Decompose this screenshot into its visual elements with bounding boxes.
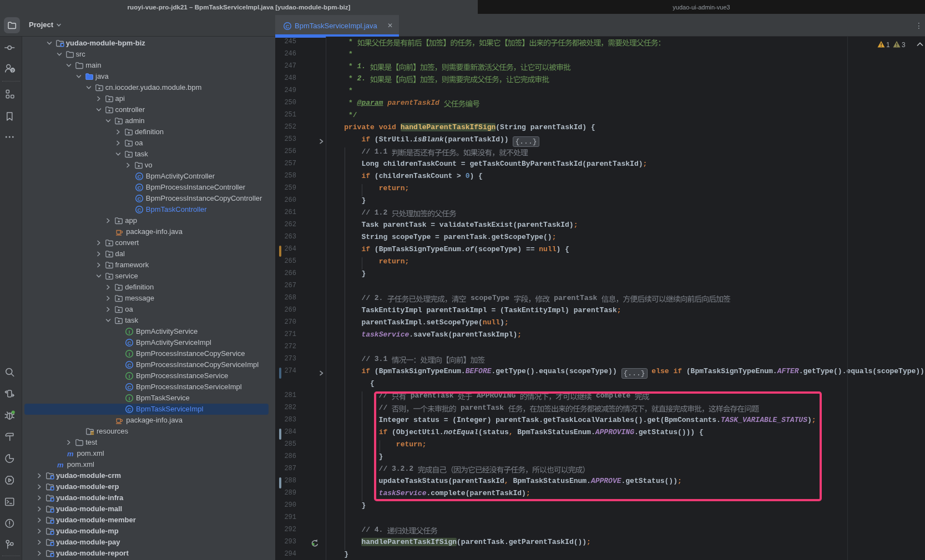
svg-text:1: 1: [886, 41, 890, 49]
svg-text:I: I: [129, 373, 130, 379]
svg-text:?: ?: [11, 68, 14, 73]
svg-text:C: C: [137, 207, 141, 213]
svg-text:C: C: [128, 362, 132, 368]
svg-text:C: C: [137, 185, 141, 191]
svg-text:C: C: [137, 196, 141, 202]
svg-text:m: m: [67, 450, 74, 458]
svg-text:C: C: [137, 174, 141, 180]
svg-text:I: I: [129, 351, 130, 357]
svg-text:I: I: [129, 329, 130, 335]
svg-text:3: 3: [902, 41, 906, 49]
svg-text:m: m: [57, 461, 64, 469]
svg-text:C: C: [128, 384, 132, 390]
svg-text:C: C: [128, 340, 132, 346]
svg-text:C: C: [128, 406, 132, 413]
svg-text:C: C: [286, 23, 290, 29]
svg-text:I: I: [129, 395, 130, 401]
